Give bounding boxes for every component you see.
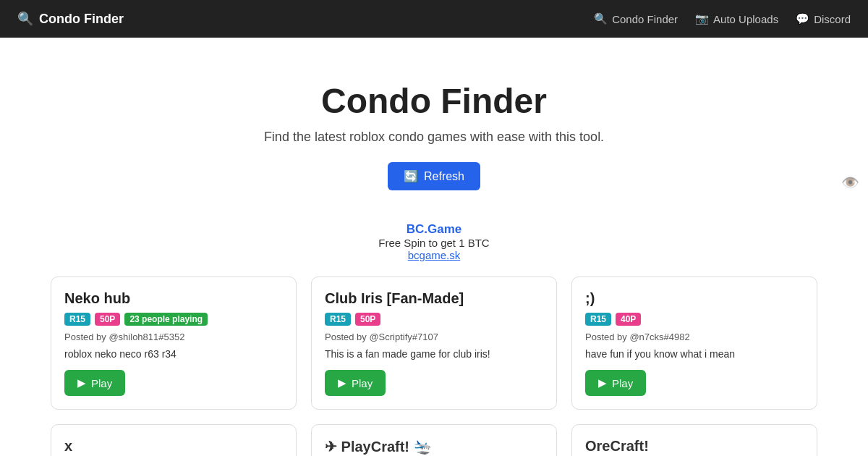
- play-label-1: Play: [91, 377, 112, 389]
- promo-subtitle: Free Spin to get 1 BTC: [0, 237, 868, 249]
- search-icon: 🔍: [17, 11, 33, 27]
- camera-icon: 📷: [695, 12, 709, 25]
- nav-link-auto-uploads[interactable]: 📷 Auto Uploads: [695, 12, 778, 25]
- play-icon-2: ▶: [338, 376, 346, 389]
- nav-condo-label: Condo Finder: [612, 13, 678, 25]
- badge-r15-1: R15: [64, 313, 90, 326]
- promo-title: BC.Game: [0, 222, 868, 237]
- play-label-2: Play: [352, 377, 373, 389]
- partial-title-3: OreCraft!: [585, 438, 649, 455]
- search-icon-nav: 🔍: [594, 12, 608, 25]
- badge-playing-1: 23 people playing: [124, 313, 208, 326]
- refresh-icon: 🔄: [404, 169, 418, 183]
- hero-subtitle: Find the latest roblox condo games with …: [14, 130, 854, 145]
- badge-40p-3: 40P: [616, 313, 641, 326]
- game-card-1: Neko hub R15 50P 23 people playing Poste…: [51, 276, 297, 410]
- play-icon-1: ▶: [77, 376, 86, 389]
- hero-section: Condo Finder Find the latest roblox cond…: [0, 38, 868, 205]
- partial-title-1: x: [64, 438, 72, 455]
- badge-50p-1: 50P: [95, 313, 120, 326]
- badge-50p-2: 50P: [355, 313, 380, 326]
- navbar: 🔍 Condo Finder 🔍 Condo Finder 📷 Auto Upl…: [0, 0, 868, 38]
- card-title-3: ;): [585, 290, 804, 307]
- play-button-2[interactable]: ▶ Play: [325, 370, 386, 396]
- promo-link[interactable]: bcgame.sk: [408, 249, 461, 261]
- game-card-3: ;) R15 40P Posted by @n7cks#4982 have fu…: [571, 276, 817, 410]
- promo-section: BC.Game Free Spin to get 1 BTC bcgame.sk: [0, 222, 868, 262]
- floaty-icon: 👁️: [841, 174, 859, 191]
- card-desc-2: This is a fan made game for club iris!: [325, 348, 543, 360]
- play-icon-3: ▶: [598, 376, 607, 389]
- play-button-1[interactable]: ▶ Play: [64, 370, 125, 396]
- badges-3: R15 40P: [585, 313, 804, 326]
- card-posted-1: Posted by @shiloh811#5352: [64, 332, 283, 342]
- partial-title-2: ✈ PlayCraft! 🛬: [325, 438, 432, 455]
- badges-2: R15 50P: [325, 313, 543, 326]
- partial-card-1: x: [51, 424, 297, 456]
- badge-r15-3: R15: [585, 313, 611, 326]
- partial-card-3: OreCraft!: [571, 424, 817, 456]
- refresh-label: Refresh: [424, 170, 464, 183]
- game-card-2: Club Iris [Fan-Made] R15 50P Posted by @…: [311, 276, 557, 410]
- card-title-2: Club Iris [Fan-Made]: [325, 290, 543, 307]
- nav-link-discord[interactable]: 💬 Discord: [796, 12, 851, 25]
- card-desc-1: roblox neko neco r63 r34: [64, 348, 283, 360]
- refresh-button[interactable]: 🔄 Refresh: [388, 162, 480, 190]
- nav-brand-label: Condo Finder: [39, 12, 124, 27]
- discord-icon: 💬: [796, 12, 809, 25]
- hero-title: Condo Finder: [14, 81, 854, 121]
- badge-r15-2: R15: [325, 313, 351, 326]
- play-label-3: Play: [612, 377, 633, 389]
- cards-grid: Neko hub R15 50P 23 people playing Poste…: [36, 276, 832, 456]
- badges-1: R15 50P 23 people playing: [64, 313, 283, 326]
- card-posted-2: Posted by @Scriptify#7107: [325, 332, 543, 342]
- nav-link-condo-finder[interactable]: 🔍 Condo Finder: [594, 12, 678, 25]
- partial-card-2: ✈ PlayCraft! 🛬: [311, 424, 557, 456]
- nav-auto-uploads-label: Auto Uploads: [713, 13, 778, 25]
- card-desc-3: have fun if you know what i mean: [585, 348, 804, 360]
- card-posted-3: Posted by @n7cks#4982: [585, 332, 804, 342]
- card-title-1: Neko hub: [64, 290, 283, 307]
- nav-discord-label: Discord: [814, 13, 851, 25]
- nav-right: 🔍 Condo Finder 📷 Auto Uploads 💬 Discord: [594, 12, 851, 25]
- nav-brand[interactable]: 🔍 Condo Finder: [17, 11, 124, 27]
- play-button-3[interactable]: ▶ Play: [585, 370, 646, 396]
